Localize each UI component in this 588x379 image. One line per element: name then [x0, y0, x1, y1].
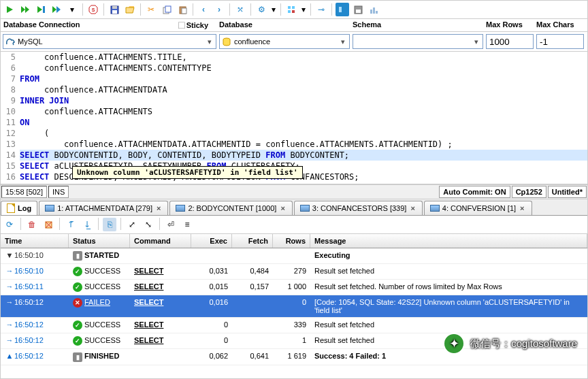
error-tooltip: Unknown column 'aCLUSTERSAFETYID' in 'fi…: [72, 166, 303, 179]
export-icon[interactable]: [351, 3, 365, 16]
pin-icon[interactable]: ⊸: [314, 3, 328, 16]
run-next-icon[interactable]: [18, 3, 32, 16]
log-row[interactable]: →16:50:10 ✓SUCCESS SELECT 0,031 0,484 27…: [1, 264, 587, 280]
maxchars-input[interactable]: [536, 34, 584, 49]
format-icon[interactable]: ⤱: [233, 3, 247, 16]
grid-icon: [300, 205, 310, 212]
svg-rect-19: [373, 7, 375, 14]
close-icon[interactable]: ×: [409, 204, 416, 212]
close-icon[interactable]: ×: [155, 204, 162, 212]
save-icon[interactable]: [108, 3, 121, 16]
svg-rect-5: [112, 6, 117, 9]
tab-2-bodycontent-1000-[interactable]: 2: BODYCONTENT [1000]×: [169, 201, 292, 215]
stop-icon[interactable]: S: [86, 3, 100, 16]
chevron-down-icon: ▾: [338, 37, 348, 46]
log-row[interactable]: →16:50:11 ✓SUCCESS SELECT 0,015 0,157 1 …: [1, 280, 587, 295]
delete-icon[interactable]: 🗑: [25, 218, 39, 231]
filename: Untitled*: [548, 186, 587, 198]
field-labels: Database Connection □Sticky Database Sch…: [1, 19, 587, 32]
expand-icon[interactable]: ⤢: [125, 218, 139, 231]
close-icon[interactable]: ×: [279, 204, 286, 212]
filter-icon[interactable]: [284, 3, 298, 16]
conn-label: Database Connection: [3, 20, 178, 30]
svg-rect-4: [112, 10, 117, 14]
col-command[interactable]: Command: [130, 234, 191, 248]
separator: [103, 3, 104, 16]
settings-icon[interactable]: ≡: [180, 218, 194, 231]
run-script-icon[interactable]: [34, 3, 48, 16]
maxchars-label: Max Chars: [536, 20, 574, 30]
sql-editor[interactable]: 5 confluence.ATTACHMENTS.TITLE,6 conflue…: [1, 52, 587, 184]
schema-label: Schema: [353, 20, 486, 30]
svg-rect-13: [292, 10, 295, 13]
col-rows[interactable]: Rows: [273, 234, 310, 248]
col-fetch[interactable]: Fetch: [232, 234, 273, 248]
log-icon: [7, 203, 15, 213]
status-bar: 15:58 [502] INS Auto Commit: ON Cp1252 U…: [1, 184, 587, 199]
gear-dd[interactable]: ▾: [270, 3, 277, 16]
col-exec[interactable]: Exec: [191, 234, 232, 248]
db-icon: [221, 36, 232, 47]
grid-icon: [430, 205, 440, 212]
watermark: ✦ 微信号：cogitosoftware: [443, 333, 577, 355]
connection-combo[interactable]: MySQL ▾: [3, 34, 216, 49]
col-message[interactable]: Message: [310, 234, 587, 248]
run-explain-icon[interactable]: [50, 3, 63, 16]
separator: [140, 3, 141, 16]
log-row[interactable]: →16:50:12 ✓SUCCESS SELECT 0 339 Result s…: [1, 318, 587, 333]
next-icon[interactable]: ›: [212, 3, 226, 16]
gear-icon[interactable]: ⚙: [255, 3, 268, 16]
chart-icon[interactable]: [367, 3, 380, 16]
sticky-checkbox[interactable]: □: [178, 20, 185, 30]
mysql-icon: [5, 36, 16, 47]
svg-rect-7: [165, 6, 171, 12]
close-icon[interactable]: ×: [519, 204, 525, 212]
sticky-label: Sticky: [186, 21, 208, 29]
prev-icon[interactable]: ‹: [197, 3, 210, 16]
collapse-icon[interactable]: ⤡: [142, 218, 155, 231]
clear-icon[interactable]: [42, 218, 55, 231]
main-toolbar: ▾ S ✂ ‹ › ⤱ ⚙▾ ▾ ⊸: [1, 1, 587, 19]
svg-rect-10: [288, 6, 291, 9]
scroll-lock-icon[interactable]: ⎘: [103, 218, 116, 231]
maxrows-input[interactable]: [486, 34, 534, 49]
result-tabs: Log1: ATTACHMENTDATA [279]×2: BODYCONTEN…: [1, 199, 587, 216]
bottom-icon[interactable]: ↓̲: [80, 218, 94, 231]
database-combo[interactable]: confluence ▾: [219, 34, 350, 49]
dropdown-icon[interactable]: ▾: [65, 3, 79, 16]
connection-name: MySQL: [16, 37, 205, 46]
panel-icon[interactable]: [336, 3, 349, 16]
log-grid-header: Time Status Command Exec Fetch Rows Mess…: [1, 234, 587, 248]
schema-combo[interactable]: ▾: [353, 34, 483, 49]
separator: [229, 3, 230, 16]
maxrows-label: Max Rows: [486, 20, 536, 30]
top-icon[interactable]: ↑̄: [64, 218, 78, 231]
log-toolbar: ⟳ 🗑 ↑̄ ↓̲ ⎘ ⤢ ⤡ ⏎ ≡: [1, 216, 587, 234]
wechat-icon: ✦: [443, 333, 465, 355]
svg-rect-11: [292, 6, 295, 9]
col-status[interactable]: Status: [69, 234, 130, 248]
log-row[interactable]: →16:50:12 ✕FAILED SELECT 0,016 0 [Code: …: [1, 295, 587, 318]
chevron-down-icon: ▾: [472, 37, 481, 46]
tab-log[interactable]: Log: [1, 201, 37, 215]
encoding: Cp1252: [512, 186, 546, 198]
controls-row: MySQL ▾ confluence ▾ ▾: [1, 32, 587, 52]
refresh-icon[interactable]: ⟳: [3, 218, 16, 231]
cut-icon[interactable]: ✂: [144, 3, 158, 16]
run-icon[interactable]: [3, 3, 16, 16]
open-icon[interactable]: [123, 3, 137, 16]
ins-mode: INS: [48, 186, 69, 198]
tab-4-confversion-1-[interactable]: 4: CONFVERSION [1]×: [424, 201, 532, 215]
tab-3-confancestors-339-[interactable]: 3: CONFANCESTORS [339]×: [294, 201, 423, 215]
wrap-icon[interactable]: ⏎: [164, 218, 178, 231]
paste-icon[interactable]: [176, 3, 189, 16]
separator: [331, 3, 332, 16]
filter-dd[interactable]: ▾: [300, 3, 307, 16]
copy-icon[interactable]: [160, 3, 174, 16]
log-row[interactable]: ▼16:50:10 ▮STARTED Executing: [1, 248, 587, 264]
db-name: confluence: [232, 37, 338, 46]
tab-1-attachmentdata-279-[interactable]: 1: ATTACHMENTDATA [279]×: [39, 201, 168, 215]
grid-icon: [176, 205, 185, 212]
svg-rect-12: [288, 10, 291, 13]
col-time[interactable]: Time: [1, 234, 69, 248]
